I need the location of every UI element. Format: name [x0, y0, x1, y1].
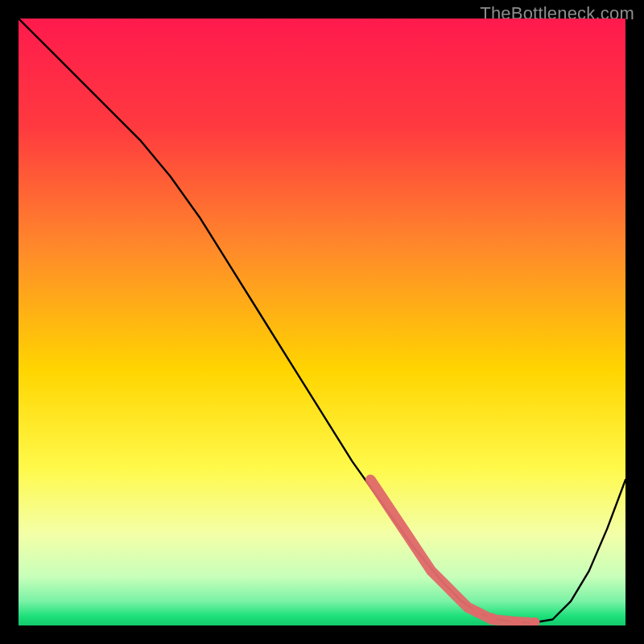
highlight-dot — [472, 607, 482, 617]
plot-area — [19, 19, 625, 625]
plot-svg — [19, 19, 625, 625]
highlight-dot — [487, 613, 497, 624]
chart-frame: TheBottleneck.com — [0, 0, 644, 644]
